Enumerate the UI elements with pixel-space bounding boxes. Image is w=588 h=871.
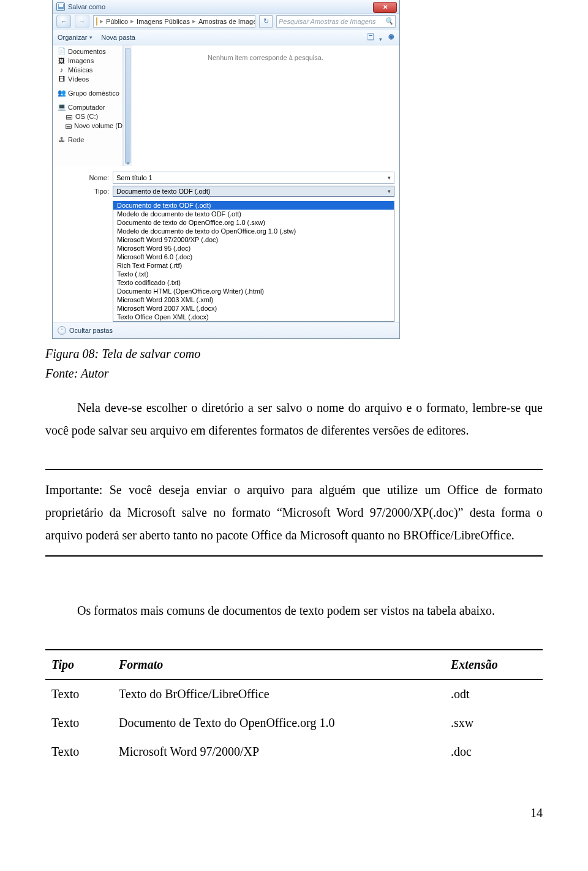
titlebar: Salvar como ✕ [53, 0, 399, 13]
sidebar-scrollbar[interactable]: ▴ ▾ [123, 45, 132, 166]
view-button[interactable]: ▾ [368, 32, 382, 42]
breadcrumb-item[interactable]: Imagens Públicas [137, 18, 190, 25]
drive-icon: 🖴 [65, 121, 72, 129]
name-label: Nome: [85, 174, 113, 181]
sidebar-item-documents[interactable]: 📄 Documentos [54, 47, 123, 56]
chevron-down-icon: ▾ [379, 36, 382, 42]
computer-icon: 💻 [58, 103, 66, 111]
refresh-button[interactable]: ↻ [259, 15, 273, 28]
documents-icon: 📄 [58, 47, 66, 55]
table-cell: Texto [45, 680, 113, 709]
chevron-up-icon: ˄ [58, 326, 66, 335]
filetype-option[interactable]: Documento HTML (OpenOffice.org Writer) (… [113, 287, 394, 295]
sidebar-item-label: Documentos [68, 48, 106, 55]
arrow-left-icon: ← [61, 18, 67, 25]
filetype-option[interactable]: Microsoft Word 97/2000/XP (.doc) [113, 235, 394, 244]
sidebar-item-label: Imagens [68, 57, 94, 64]
filetype-value: Documento de texto ODF (.odt) [116, 188, 210, 195]
table-cell: .sxw [445, 709, 543, 737]
filetype-option[interactable]: Microsoft Word 2007 XML (.docx) [113, 304, 394, 313]
homegroup-icon: 👥 [58, 89, 66, 97]
filetype-select[interactable]: Documento de texto ODF (.odt) ▾ [113, 186, 394, 197]
save-icon [56, 2, 65, 11]
svg-rect-2 [368, 34, 374, 40]
table-row: Texto Texto do BrOffice/LibreOffice .odt [45, 680, 543, 709]
table-header: Tipo [45, 650, 113, 680]
filetype-option[interactable]: Documento de texto ODF (.odt) [113, 201, 394, 210]
filetype-option[interactable]: Microsoft Word 95 (.doc) [113, 244, 394, 253]
table-cell: .odt [445, 680, 543, 709]
sidebar-item-label: Rede [68, 136, 84, 143]
filetype-option[interactable]: Microsoft Word 6.0 (.doc) [113, 253, 394, 261]
new-folder-button[interactable]: Nova pasta [101, 34, 135, 41]
table-header: Extensão [445, 650, 543, 680]
network-icon: 🖧 [58, 135, 66, 143]
close-icon: ✕ [383, 4, 388, 10]
caption-line: Fonte: Autor [45, 363, 543, 383]
drive-icon: 🖴 [65, 112, 73, 120]
breadcrumb-item[interactable]: Público [106, 18, 128, 25]
sidebar-item-homegroup[interactable]: 👥 Grupo doméstico [54, 88, 123, 97]
table-row: Texto Documento de Texto do OpenOffice.o… [45, 709, 543, 737]
folder-icon [96, 17, 97, 26]
sidebar-item-computer[interactable]: 💻 Computador [54, 102, 123, 112]
paragraph: Os formatos mais comuns de documentos de… [45, 599, 543, 622]
table-cell: Texto [45, 737, 113, 766]
filetype-option[interactable]: Microsoft Word 2003 XML (.xml) [113, 295, 394, 304]
sidebar-item-images[interactable]: 🖼 Imagens [54, 56, 123, 65]
table-row: Texto Microsoft Word 97/2000/XP .doc [45, 737, 543, 766]
document-body: Figura 08: Tela de salvar como Fonte: Au… [0, 344, 588, 849]
sidebar-item-label: Novo volume (D: [74, 122, 123, 129]
sidebar-item-music[interactable]: ♪ Músicas [54, 65, 123, 74]
search-input[interactable]: Pesquisar Amostras de Imagens 🔍 [276, 15, 396, 28]
breadcrumb-item[interactable]: Amostras de Imagens [198, 18, 255, 25]
toolbar-label: Nova pasta [101, 34, 135, 41]
scrollbar-thumb[interactable] [125, 48, 130, 164]
sidebar-item-videos[interactable]: 🎞 Vídeos [54, 74, 123, 83]
view-icon [368, 32, 377, 41]
filetype-option[interactable]: Rich Text Format (.rtf) [113, 261, 394, 270]
table-cell: Texto do BrOffice/LibreOffice [113, 680, 445, 709]
table-header-row: Tipo Formato Extensão [45, 650, 543, 680]
svg-rect-3 [369, 35, 372, 36]
chevron-down-icon[interactable]: ▾ [388, 175, 391, 181]
toolbar: Organizar ▾ Nova pasta ▾ ◉ [53, 29, 399, 45]
forward-button[interactable]: → [75, 15, 89, 28]
table-header: Formato [113, 650, 445, 680]
organize-button[interactable]: Organizar ▾ [58, 34, 92, 41]
sidebar-item-drive-c[interactable]: 🖴 OS (C:) [54, 112, 123, 121]
breadcrumb[interactable]: ▸ Público ▸ Imagens Públicas ▸ Amostras … [93, 15, 255, 28]
filename-input[interactable]: Sem título 1 ▾ [113, 172, 394, 184]
chevron-down-icon: ▾ [388, 188, 391, 194]
filetype-option[interactable]: Modelo de documento de texto do OpenOffi… [113, 227, 394, 235]
help-button[interactable]: ◉ [388, 32, 394, 42]
table-cell: Microsoft Word 97/2000/XP [113, 737, 445, 766]
filetype-option[interactable]: Texto (.txt) [113, 270, 394, 278]
arrow-right-icon: → [79, 18, 86, 25]
horizontal-rule [45, 555, 543, 557]
back-button[interactable]: ← [56, 15, 71, 28]
sidebar-item-network[interactable]: 🖧 Rede [54, 135, 123, 144]
hide-folders-button[interactable]: ˄ Ocultar pastas [58, 326, 113, 335]
save-as-dialog: Salvar como ✕ ← → ▸ Público ▸ Imagens Pú… [52, 0, 400, 339]
close-button[interactable]: ✕ [373, 2, 397, 13]
search-placeholder: Pesquisar Amostras de Imagens [279, 18, 376, 25]
sidebar-item-label: Computador [68, 104, 105, 111]
sidebar-item-label: Vídeos [68, 75, 89, 83]
navigation-sidebar: 📄 Documentos 🖼 Imagens ♪ Músicas 🎞 Vídeo… [53, 45, 123, 166]
search-icon: 🔍 [385, 17, 393, 25]
filetype-option[interactable]: Documento de texto do OpenOffice.org 1.0… [113, 218, 394, 227]
paragraph: Importante: Se você deseja enviar o arqu… [45, 479, 543, 547]
chevron-right-icon: ▸ [100, 17, 104, 25]
table-cell: Documento de Texto do OpenOffice.org 1.0 [113, 709, 445, 737]
scroll-down-icon: ▾ [125, 160, 130, 166]
paragraph: Nela deve-se escolher o diretório a ser … [45, 397, 543, 442]
chevron-right-icon: ▸ [192, 17, 196, 25]
filetype-option[interactable]: Texto codificado (.txt) [113, 278, 394, 287]
filetype-option[interactable]: Texto Office Open XML (.docx) [113, 313, 394, 321]
sidebar-item-drive-d[interactable]: 🖴 Novo volume (D: [54, 121, 123, 130]
filetype-option[interactable]: Modelo de documento de texto ODF (.ott) [113, 210, 394, 218]
pictures-icon: 🖼 [58, 56, 66, 64]
sidebar-item-label: OS (C:) [75, 113, 98, 120]
file-list-pane: Nenhum item corresponde à pesquisa. [132, 45, 399, 166]
